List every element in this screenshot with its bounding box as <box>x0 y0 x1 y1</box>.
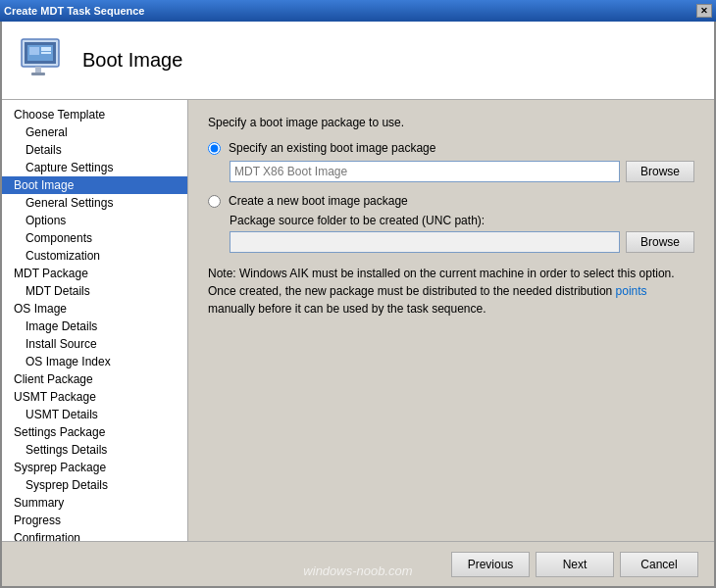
header-icon <box>18 35 69 86</box>
sidebar: Choose TemplateGeneralDetailsCapture Set… <box>2 100 188 541</box>
sidebar-item-summary[interactable]: Summary <box>2 494 187 512</box>
existing-input-row: Browse <box>230 161 694 182</box>
content-area: Choose TemplateGeneralDetailsCapture Set… <box>2 100 714 541</box>
next-button[interactable]: Next <box>536 552 614 577</box>
footer-wrapper: Previous Next Cancel windows-noob.com <box>2 541 714 586</box>
section-description: Specify a boot image package to use. <box>208 116 694 129</box>
sidebar-item-components[interactable]: Components <box>2 229 187 247</box>
header: Boot Image <box>2 22 714 100</box>
radio-new[interactable] <box>208 195 221 208</box>
existing-package-input[interactable] <box>230 161 620 182</box>
note-box: Note: Windows AIK must be installed on t… <box>208 265 694 318</box>
sidebar-item-confirmation[interactable]: Confirmation <box>2 529 187 541</box>
sidebar-item-progress[interactable]: Progress <box>2 512 187 529</box>
previous-button[interactable]: Previous <box>451 552 530 577</box>
sidebar-item-options[interactable]: Options <box>2 212 187 229</box>
main-panel: Specify a boot image package to use. Spe… <box>188 100 714 541</box>
radio-group-new: Create a new boot image package Package … <box>208 194 694 253</box>
radio-row-new: Create a new boot image package <box>208 194 694 208</box>
sidebar-item-usmt-details[interactable]: USMT Details <box>2 406 187 423</box>
page-title: Boot Image <box>82 49 182 72</box>
sidebar-item-client-package[interactable]: Client Package <box>2 370 187 388</box>
sidebar-item-install-source[interactable]: Install Source <box>2 335 187 353</box>
close-button[interactable]: ✕ <box>696 4 712 18</box>
cancel-button[interactable]: Cancel <box>620 552 698 577</box>
radio-existing[interactable] <box>208 142 221 155</box>
sidebar-item-general-settings[interactable]: General Settings <box>2 194 187 212</box>
sidebar-item-settings-package[interactable]: Settings Package <box>2 423 187 441</box>
title-bar-buttons: ✕ <box>696 4 712 18</box>
new-input-row: Browse <box>230 231 694 253</box>
svg-rect-5 <box>29 47 39 55</box>
sidebar-item-general[interactable]: General <box>2 123 187 141</box>
sidebar-item-boot-image[interactable]: Boot Image <box>2 176 187 194</box>
browse-existing-button[interactable]: Browse <box>626 161 694 182</box>
sidebar-item-choose-template[interactable]: Choose Template <box>2 106 187 123</box>
sidebar-item-usmt-package[interactable]: USMT Package <box>2 388 187 406</box>
title-bar: Create MDT Task Sequence ✕ <box>0 0 716 22</box>
svg-rect-2 <box>35 67 41 73</box>
sidebar-item-sysprep-details[interactable]: Sysprep Details <box>2 476 187 494</box>
sidebar-item-mdt-package[interactable]: MDT Package <box>2 265 187 282</box>
main-window: Boot Image Choose TemplateGeneralDetails… <box>0 22 716 588</box>
svg-rect-7 <box>41 52 51 54</box>
sidebar-item-mdt-details[interactable]: MDT Details <box>2 282 187 300</box>
svg-rect-6 <box>41 47 51 51</box>
unc-label: Package source folder to be created (UNC… <box>230 214 694 227</box>
sidebar-item-settings-details[interactable]: Settings Details <box>2 441 187 459</box>
sidebar-item-os-image-index[interactable]: OS Image Index <box>2 353 187 370</box>
sidebar-item-details[interactable]: Details <box>2 141 187 159</box>
sidebar-item-customization[interactable]: Customization <box>2 247 187 265</box>
radio-new-label[interactable]: Create a new boot image package <box>229 194 408 208</box>
note-text2: manually before it can be used by the ta… <box>208 302 486 316</box>
title-bar-text: Create MDT Task Sequence <box>4 5 144 17</box>
sidebar-item-sysprep-package[interactable]: Sysprep Package <box>2 459 187 476</box>
sidebar-item-os-image[interactable]: OS Image <box>2 300 187 318</box>
svg-rect-3 <box>31 73 45 75</box>
note-link[interactable]: points <box>616 284 647 298</box>
browse-new-button[interactable]: Browse <box>626 231 694 253</box>
radio-group-existing: Specify an existing boot image package B… <box>208 141 694 182</box>
footer: Previous Next Cancel <box>2 541 714 586</box>
sidebar-item-image-details[interactable]: Image Details <box>2 318 187 335</box>
sidebar-item-capture-settings[interactable]: Capture Settings <box>2 159 187 176</box>
radio-row-existing: Specify an existing boot image package <box>208 141 694 155</box>
radio-existing-label[interactable]: Specify an existing boot image package <box>229 141 435 155</box>
note-text1: Note: Windows AIK must be installed on t… <box>208 267 675 298</box>
unc-path-input[interactable] <box>230 231 620 253</box>
